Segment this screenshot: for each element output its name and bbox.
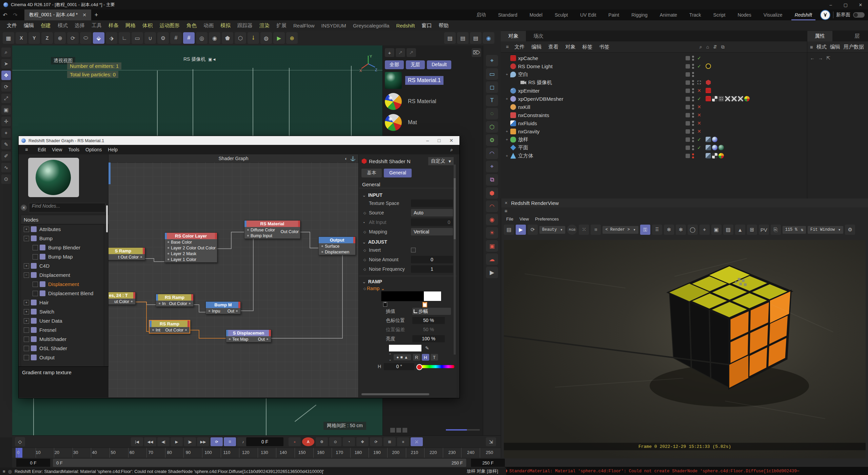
collapse-icon[interactable]: ⌃⌄: [389, 353, 392, 362]
material-item[interactable]: Mat: [383, 112, 483, 133]
nav-arrow-icon[interactable]: →: [818, 55, 823, 61]
menu-item[interactable]: 角色: [183, 22, 200, 29]
menu-item[interactable]: INSYDIUM: [318, 23, 350, 28]
graph-node-output[interactable]: Output Surface Displacemen: [318, 236, 356, 255]
layer-square[interactable]: [686, 154, 690, 158]
expander-icon[interactable]: +: [504, 154, 510, 158]
toolbar-icon[interactable]: ◍: [260, 32, 272, 44]
toolbar-icon[interactable]: ▭: [132, 32, 143, 44]
visibility-dots[interactable]: [692, 88, 694, 93]
menu-item[interactable]: View: [49, 147, 65, 152]
record-button[interactable]: ●: [289, 437, 301, 446]
burger-icon[interactable]: ≡: [501, 207, 868, 215]
crop-icon[interactable]: ⌗: [591, 225, 601, 235]
node-tree-label[interactable]: User Data: [39, 318, 62, 324]
expander-icon[interactable]: [33, 282, 38, 287]
node-tree-label[interactable]: Hair: [39, 300, 49, 305]
view-icon[interactable]: [390, 428, 395, 433]
layout-tab[interactable]: Sculpt: [549, 11, 573, 19]
range-start-field[interactable]: 0 F: [16, 459, 50, 467]
gear-icon[interactable]: ⚙: [845, 225, 855, 235]
render-camera-dropdown[interactable]: < Render >▾: [603, 226, 638, 234]
tool-icon[interactable]: ✐: [1, 151, 11, 161]
toolbar-icon[interactable]: ◉: [483, 32, 494, 44]
toolbar-icon[interactable]: #: [183, 32, 195, 44]
timeline-ruler[interactable]: 0102030405060708090100110120130140150160…: [12, 448, 501, 458]
keyframe-diamond-button[interactable]: ◇: [15, 437, 25, 446]
renderview-tool-icon[interactable]: ❄: [664, 225, 674, 235]
tab-objects[interactable]: 对象: [501, 31, 526, 41]
manager-icon[interactable]: ⌕: [698, 44, 704, 50]
expander-icon[interactable]: [24, 327, 29, 333]
add-material-button[interactable]: +: [385, 48, 394, 57]
object-tag[interactable]: [744, 96, 750, 101]
tab-general[interactable]: General: [384, 169, 412, 177]
current-frame-field[interactable]: 0 F: [246, 437, 283, 446]
port-in[interactable]: Layer 1 Color: [171, 257, 196, 262]
node-tree-item[interactable]: + User Data: [21, 316, 104, 325]
transport-button[interactable]: ◀◀: [144, 437, 156, 446]
port-in[interactable]: Tex Map: [232, 337, 248, 342]
close-icon[interactable]: ✕: [449, 138, 453, 143]
renderview-tool-icon[interactable]: ▲: [735, 225, 745, 235]
layout-tab[interactable]: Track: [684, 11, 706, 19]
toolbar-icon[interactable]: X: [16, 32, 27, 44]
visibility-dots[interactable]: [692, 104, 694, 110]
node-tree-label[interactable]: Fresnel: [39, 327, 56, 333]
range-end-field[interactable]: 250 F: [471, 459, 505, 467]
graph-node-rs-ramp-3[interactable]: RS Ramp IntOut Color: [149, 320, 190, 334]
create-object-icon[interactable]: T: [486, 95, 498, 106]
layer-square[interactable]: [686, 64, 690, 69]
object-name[interactable]: xpOpenVDBMesher: [518, 96, 566, 102]
graph-node-rs-ramp-2[interactable]: RS Ramp InOut Color: [156, 294, 194, 307]
object-name[interactable]: xpCache: [518, 55, 541, 61]
redo-icon[interactable]: ↷: [10, 11, 20, 19]
burger-icon[interactable]: ≡: [810, 44, 813, 50]
graph-grid[interactable]: S Ramp t Out Color RS Color Layer Base C…: [108, 163, 358, 397]
visibility-dots[interactable]: [692, 72, 694, 77]
find-nodes-input[interactable]: Find Nodes...: [29, 203, 105, 212]
tool-icon[interactable]: ▣: [1, 105, 11, 115]
create-object-icon[interactable]: ◌: [486, 108, 498, 119]
material-filter-button[interactable]: 全部: [385, 60, 404, 69]
layer-square[interactable]: [686, 129, 690, 134]
object-tag[interactable]: [725, 96, 730, 101]
toolbar-icon[interactable]: ⭣: [248, 32, 259, 44]
toolbar-icon[interactable]: ⚙: [157, 32, 169, 44]
menu-item[interactable]: 样条: [105, 22, 122, 29]
layout-tab[interactable]: Script: [708, 11, 731, 19]
nav-arrow-icon[interactable]: ←: [810, 55, 815, 61]
transport-toggle[interactable]: ⟳: [211, 437, 223, 446]
toolbar-icon[interactable]: ▶: [273, 32, 285, 44]
port-out[interactable]: Out: [228, 309, 234, 314]
pin-icon[interactable]: ◐: [345, 156, 348, 161]
node-tree-label[interactable]: MultiShader: [39, 336, 66, 342]
material-name[interactable]: Mat: [405, 118, 420, 127]
noise-frequency-field[interactable]: 1: [411, 265, 453, 273]
axis-gizmo[interactable]: Y X Z: [359, 54, 378, 73]
port-in[interactable]: Layer 2 Mask: [171, 251, 196, 256]
renderview-tool-icon[interactable]: ▣: [711, 225, 722, 235]
expander-icon[interactable]: +: [504, 72, 510, 76]
tab-basic[interactable]: 基本: [361, 169, 382, 177]
tool-icon[interactable]: ⟳: [1, 82, 11, 92]
expander-icon[interactable]: +: [24, 300, 29, 305]
transport-toggle[interactable]: ⌑: [224, 437, 236, 446]
undo-icon[interactable]: ↶: [0, 11, 10, 19]
layout-tab[interactable]: Visualize: [758, 11, 788, 19]
port-in[interactable]: Diffuse Color: [251, 228, 275, 232]
object-tag[interactable]: [712, 153, 717, 158]
menu-item[interactable]: 查看: [545, 44, 562, 50]
texture-space-field[interactable]: [411, 200, 453, 207]
object-tag[interactable]: [706, 153, 711, 158]
redshift-deer-logo-icon[interactable]: [820, 10, 830, 20]
menu-item[interactable]: Greyscalegorilla: [350, 23, 393, 28]
object-tag[interactable]: [706, 96, 711, 101]
layer-square[interactable]: [686, 97, 690, 101]
enable-state-icon[interactable]: ✕: [696, 120, 702, 126]
renderview-tool-icon[interactable]: ⠿: [652, 225, 662, 235]
toolbar-icon[interactable]: ⬙: [93, 32, 104, 44]
create-object-icon[interactable]: ☁: [486, 253, 498, 265]
fcurve-icon[interactable]: ⇲: [486, 437, 496, 446]
ramp-knot-white-selected[interactable]: [422, 302, 427, 307]
